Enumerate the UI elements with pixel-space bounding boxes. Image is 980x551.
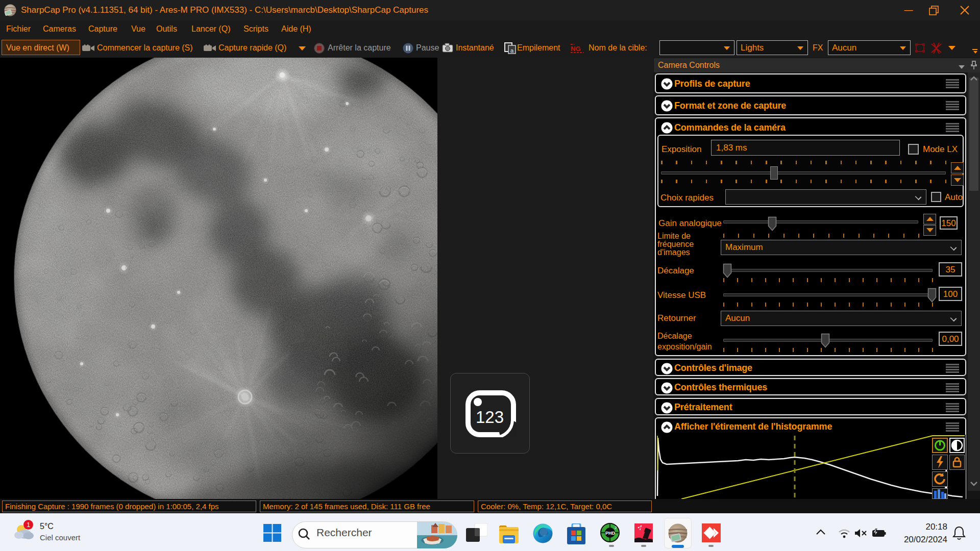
svg-text:a: a	[510, 47, 514, 54]
svg-text:NG: NG	[571, 45, 581, 53]
svg-text:123: 123	[476, 408, 504, 427]
svg-text:2: 2	[615, 525, 617, 530]
svg-text:PHD: PHD	[605, 531, 616, 536]
